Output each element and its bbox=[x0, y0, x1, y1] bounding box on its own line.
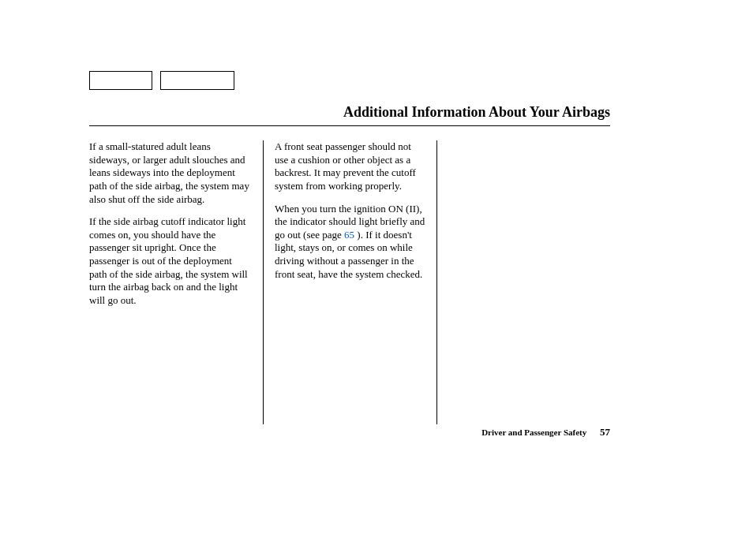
body-columns: If a small-statured adult leans sideways… bbox=[89, 140, 610, 424]
col1-para1: If a small-statured adult leans sideways… bbox=[89, 140, 252, 206]
footer-section: Driver and Passenger Safety bbox=[481, 427, 586, 437]
page-number: 57 bbox=[600, 426, 610, 438]
col1-para2: If the side airbag cutoff indicator ligh… bbox=[89, 215, 252, 307]
page-title: Additional Information About Your Airbag… bbox=[89, 104, 610, 121]
page-reference-link[interactable]: 65 bbox=[344, 229, 354, 241]
page-content: Additional Information About Your Airbag… bbox=[89, 71, 610, 424]
nav-box-2[interactable] bbox=[160, 71, 234, 90]
column-1: If a small-statured adult leans sideways… bbox=[89, 140, 263, 424]
nav-box-1[interactable] bbox=[89, 71, 152, 90]
column-3 bbox=[436, 140, 610, 424]
page-footer: Driver and Passenger Safety 57 bbox=[89, 426, 610, 439]
header: Additional Information About Your Airbag… bbox=[89, 104, 610, 126]
column-2: A front seat passenger should not use a … bbox=[263, 140, 436, 424]
col2-para1: A front seat passenger should not use a … bbox=[275, 140, 425, 193]
nav-boxes bbox=[89, 71, 610, 90]
col2-para2: When you turn the ignition ON (II), the … bbox=[275, 203, 425, 282]
